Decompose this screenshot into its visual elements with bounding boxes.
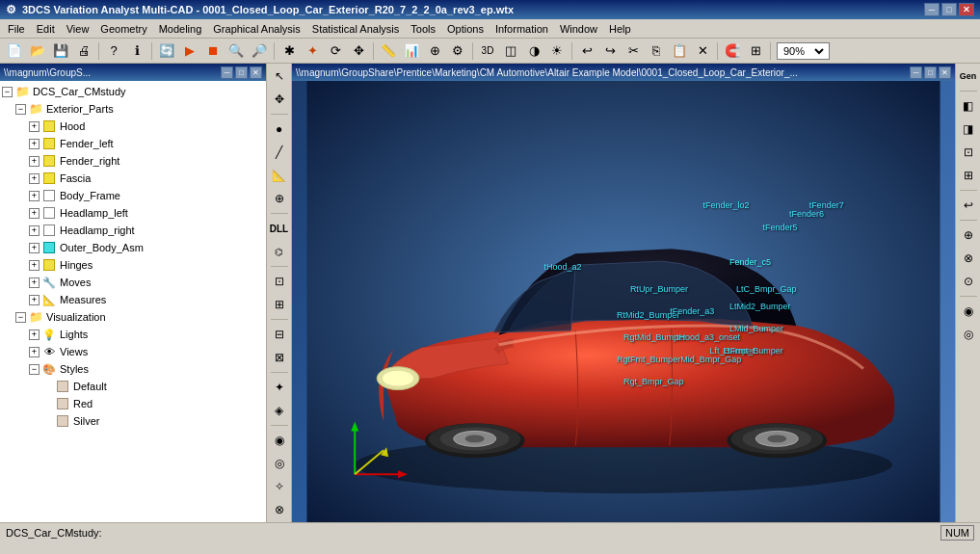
lt-front-btn[interactable]: ⊡ [269, 271, 290, 292]
lt-constraint-btn[interactable]: ✦ [269, 377, 290, 398]
tree-expand-hood[interactable]: + [29, 121, 40, 132]
rt-extra4-btn[interactable]: ◉ [958, 301, 979, 322]
analysis-button[interactable]: 📊 [401, 40, 422, 62]
tree-expand-hinges[interactable]: + [29, 260, 40, 271]
tree-node-outer_body_asm[interactable]: +Outer_Body_Asm [0, 239, 266, 256]
tree-expand-headlamp_left[interactable]: + [29, 208, 40, 219]
rt-top-btn[interactable]: ⊡ [958, 142, 979, 163]
tree-node-fender_left[interactable]: +Fender_left [0, 135, 266, 152]
panel-minimize-btn[interactable]: ─ [221, 66, 233, 79]
tree-node-headlamp_right[interactable]: +Headlamp_right [0, 222, 266, 239]
rt-extra2-btn[interactable]: ⊗ [958, 248, 979, 269]
tree-expand-headlamp_right[interactable]: + [29, 225, 40, 236]
panel-close-btn[interactable]: ✕ [250, 66, 262, 79]
tree-expand-moves[interactable]: + [29, 277, 40, 288]
tree-node-red[interactable]: Red [0, 395, 266, 412]
lt-snap-btn[interactable]: ⊠ [269, 347, 290, 368]
tree-expand-styles[interactable]: − [29, 364, 40, 375]
menu-item-view[interactable]: View [61, 19, 95, 38]
lt-zoom-extent-btn[interactable]: ⊟ [269, 324, 290, 345]
zoom-select[interactable]: 90% 50% 75% 100% 125% 150% [780, 44, 827, 58]
rt-gen-btn[interactable]: Gen [958, 66, 979, 87]
snap-button[interactable]: 🧲 [722, 40, 743, 62]
tree-node-headlamp_left[interactable]: +Headlamp_left [0, 204, 266, 222]
save-button[interactable]: 💾 [50, 40, 71, 62]
cut-button[interactable]: ✂ [622, 40, 644, 62]
lt-select-btn[interactable]: ↖ [269, 66, 290, 87]
help-button[interactable]: ? [103, 40, 124, 62]
viewport-restore-btn[interactable]: □ [924, 66, 937, 79]
zoom-control[interactable]: 90% 50% 75% 100% 125% 150% [777, 42, 830, 60]
tree-expand-body_frame[interactable]: + [29, 191, 40, 201]
tree-node-lights[interactable]: +💡Lights [0, 326, 266, 343]
rt-extra1-btn[interactable]: ⊕ [958, 224, 979, 246]
zoom-in-button[interactable]: 🔍 [225, 40, 247, 62]
lt-tolerance-btn[interactable]: ⊕ [269, 188, 290, 209]
minimize-button[interactable]: ─ [924, 3, 940, 16]
zoom-out-button[interactable]: 🔎 [249, 40, 270, 62]
rt-extra3-btn[interactable]: ⊙ [958, 271, 979, 292]
lt-calc-btn[interactable]: ⌬ [269, 241, 290, 262]
rt-front-btn[interactable]: ◧ [958, 95, 979, 117]
lt-measure-btn[interactable]: 📐 [269, 165, 290, 186]
undo-button[interactable]: ↩ [576, 40, 597, 62]
tree-node-moves[interactable]: +🔧Moves [0, 274, 266, 291]
tree-node-body_frame[interactable]: +Body_Frame [0, 187, 266, 204]
lt-back-btn[interactable]: ⊞ [269, 294, 290, 315]
lt-extra1-btn[interactable]: ◉ [269, 430, 290, 451]
tree-expand-exterior_parts[interactable]: − [15, 104, 26, 115]
lt-feature-btn[interactable]: ◈ [269, 400, 290, 421]
tree-node-hinges[interactable]: +Hinges [0, 256, 266, 274]
tree-expand-dcs_root[interactable]: − [2, 87, 13, 97]
rt-extra5-btn[interactable]: ◎ [958, 324, 979, 345]
lt-view-btn[interactable]: DLL [269, 218, 290, 239]
tree-node-visualization[interactable]: −📁Visualization [0, 308, 266, 326]
open-button[interactable]: 📂 [27, 40, 48, 62]
menu-item-window[interactable]: Window [554, 19, 603, 38]
stop-button[interactable]: ⏹ [202, 40, 224, 62]
menu-item-tools[interactable]: Tools [405, 19, 441, 38]
menu-item-statistical-analysis[interactable]: Statistical Analysis [306, 19, 405, 38]
rt-back-btn[interactable]: ◨ [958, 119, 979, 140]
rt-bottom-btn[interactable]: ⊞ [958, 165, 979, 186]
menu-item-graphical-analysis[interactable]: Graphical Analysis [207, 19, 306, 38]
menu-item-edit[interactable]: Edit [31, 19, 61, 38]
panel-restore-btn[interactable]: □ [235, 66, 248, 79]
about-button[interactable]: ℹ [126, 40, 147, 62]
menu-item-file[interactable]: File [2, 19, 31, 38]
tree-expand-fascia[interactable]: + [29, 173, 40, 184]
refresh-button[interactable]: 🔄 [156, 40, 177, 62]
viewport-minimize-btn[interactable]: ─ [910, 66, 922, 79]
tree-node-silver[interactable]: Silver [0, 412, 266, 430]
lt-extra4-btn[interactable]: ⊗ [269, 499, 290, 520]
tree-node-fascia[interactable]: +Fascia [0, 170, 266, 187]
run-button[interactable]: ▶ [179, 40, 200, 62]
measure-button[interactable]: 📏 [378, 40, 399, 62]
view-button[interactable]: 3D [477, 40, 498, 62]
maximize-button[interactable]: □ [941, 3, 957, 16]
lt-line-btn[interactable]: ╱ [269, 142, 290, 163]
copy-button[interactable]: ⎘ [646, 40, 667, 62]
settings-button[interactable]: ⚙ [447, 40, 468, 62]
rt-undo-nav-btn[interactable]: ↩ [958, 195, 979, 216]
new-button[interactable]: 📄 [4, 40, 25, 62]
lt-extra2-btn[interactable]: ◎ [269, 453, 290, 474]
tree-expand-measures[interactable]: + [29, 295, 40, 305]
tree-expand-lights[interactable]: + [29, 330, 40, 340]
menu-item-help[interactable]: Help [603, 19, 637, 38]
tree-node-default[interactable]: Default [0, 378, 266, 395]
menu-item-geometry[interactable]: Geometry [94, 19, 152, 38]
pan-button[interactable]: ✥ [348, 40, 369, 62]
grid-button[interactable]: ⊞ [745, 40, 766, 62]
light-button[interactable]: ☀ [546, 40, 568, 62]
tolerance-button[interactable]: ⊕ [424, 40, 445, 62]
move-button[interactable]: ✦ [302, 40, 323, 62]
menu-item-modeling[interactable]: Modeling [153, 19, 208, 38]
tree-expand-outer_body_asm[interactable]: + [29, 243, 40, 253]
shade-button[interactable]: ◑ [523, 40, 544, 62]
lt-point-btn[interactable]: ● [269, 119, 290, 140]
menu-item-information[interactable]: Information [490, 19, 554, 38]
viewport-3d[interactable]: tHood_a2 RtUpr_Bumper RtMid2_Bumper RgtM… [292, 81, 955, 522]
rotate-button[interactable]: ⟳ [325, 40, 346, 62]
tree-node-fender_right[interactable]: +Fender_right [0, 152, 266, 170]
